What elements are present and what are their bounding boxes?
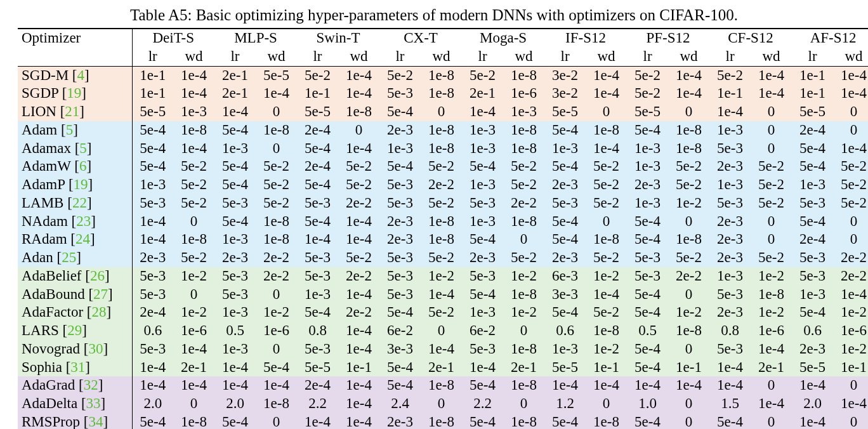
cell-value: 1e-2 (833, 340, 868, 359)
cell-value: 5e-4 (792, 303, 833, 322)
cell-value: 2e-3 (379, 413, 421, 429)
cell-value: 1e-1 (132, 84, 173, 103)
cell-value: 5e-2 (421, 194, 462, 213)
col-model-1: MLP-S (214, 29, 297, 48)
table-row: Sophia [31]1e-42e-11e-45e-45e-51e-15e-42… (18, 359, 868, 377)
cell-value: 1e-4 (833, 66, 868, 84)
cell-value: 3e-2 (544, 84, 586, 103)
cell-value: 2e-1 (462, 84, 503, 103)
optimizer-name: Adam [5] (18, 121, 132, 140)
cell-value: 5e-2 (751, 249, 792, 267)
cell-value: 5e-4 (627, 230, 668, 249)
cell-value: 1e-3 (462, 213, 503, 231)
cell-value: 0 (503, 322, 544, 340)
cell-value: 1e-4 (792, 376, 833, 395)
cell-value: 2e-4 (792, 121, 833, 140)
cell-value: 1.0 (627, 395, 668, 413)
cell-value: 1e-3 (544, 140, 586, 158)
cell-value: 2e-3 (627, 176, 668, 194)
cell-value: 1e-6 (173, 322, 214, 340)
cell-value: 2e-1 (214, 66, 256, 84)
cell-value: 3e-2 (544, 66, 586, 84)
cell-value: 5e-2 (421, 303, 462, 322)
cell-value: 1e-4 (462, 103, 503, 121)
cell-value: 1e-4 (338, 213, 379, 231)
cell-value: 1e-4 (833, 84, 868, 103)
subcol-lr: lr (132, 48, 173, 66)
cell-value: 5e-3 (709, 194, 751, 213)
col-model-8: AF-S12 (792, 29, 868, 48)
citation-ref: 6 (79, 158, 87, 174)
cell-value: 2e-2 (338, 194, 379, 213)
cell-value: 1e-3 (132, 176, 173, 194)
cell-value: 1e-8 (503, 140, 544, 158)
cell-value: 5e-3 (297, 194, 338, 213)
cell-value: 1e-4 (297, 230, 338, 249)
cell-value: 1e-4 (668, 84, 709, 103)
cell-value: 1e-3 (792, 286, 833, 304)
cell-value: 0.5 (214, 322, 256, 340)
cell-value: 1e-4 (586, 376, 627, 395)
cell-value: 2.0 (792, 395, 833, 413)
cell-value: 1e-4 (297, 413, 338, 429)
cell-value: 3e-3 (544, 286, 586, 304)
cell-value: 5e-3 (214, 286, 256, 304)
col-model-7: CF-S12 (709, 29, 792, 48)
cell-value: 1e-4 (709, 103, 751, 121)
cell-value: 1e-2 (751, 303, 792, 322)
cell-value: 1e-8 (586, 121, 627, 140)
citation-ref: 29 (67, 322, 82, 338)
cell-value: 0 (751, 103, 792, 121)
citation-ref: 31 (70, 359, 85, 375)
cell-value: 1.5 (709, 395, 751, 413)
cell-value: 5e-4 (297, 213, 338, 231)
cell-value: 1e-4 (173, 340, 214, 359)
table-row: AdaBelief [26]5e-31e-25e-32e-25e-32e-25e… (18, 267, 868, 286)
cell-value: 1e-4 (173, 84, 214, 103)
cell-value: 0 (586, 213, 627, 231)
cell-value: 1e-1 (297, 84, 338, 103)
cell-value: 5e-4 (132, 121, 173, 140)
cell-value: 2e-2 (338, 303, 379, 322)
cell-value: 6e-2 (462, 322, 503, 340)
cell-value: 0 (586, 103, 627, 121)
cell-value: 1e-2 (668, 303, 709, 322)
cell-value: 1e-3 (503, 103, 544, 121)
table-row: Adan [25]2e-35e-22e-32e-25e-35e-25e-35e-… (18, 249, 868, 267)
cell-value: 2e-3 (544, 176, 586, 194)
cell-value: 2e-1 (421, 359, 462, 377)
table-row: AdamW [6]5e-45e-25e-45e-22e-45e-25e-45e-… (18, 157, 868, 176)
cell-value: 2e-3 (709, 230, 751, 249)
optimizer-name: LARS [29] (18, 322, 132, 340)
cell-value: 1e-3 (544, 340, 586, 359)
cell-value: 0 (751, 140, 792, 158)
cell-value: 5e-3 (379, 286, 421, 304)
cell-value: 5e-4 (792, 140, 833, 158)
cell-value: 2e-3 (792, 340, 833, 359)
cell-value: 1e-4 (586, 84, 627, 103)
cell-value: 5e-2 (256, 176, 297, 194)
cell-value: 5e-4 (544, 121, 586, 140)
citation-ref: 34 (88, 414, 103, 429)
cell-value: 0 (833, 230, 868, 249)
table-row: Adam [5]5e-41e-85e-41e-82e-402e-31e-81e-… (18, 121, 868, 140)
cell-value: 5e-3 (462, 194, 503, 213)
cell-value: 2e-2 (668, 267, 709, 286)
cell-value: 0.6 (132, 322, 173, 340)
cell-value: 1e-4 (173, 66, 214, 84)
cell-value: 5e-4 (544, 157, 586, 176)
optimizer-name: AdaGrad [32] (18, 376, 132, 395)
table-row: AdamP [19]1e-35e-25e-45e-25e-45e-25e-32e… (18, 176, 868, 194)
cell-value: 0 (833, 413, 868, 429)
cell-value: 5e-3 (297, 340, 338, 359)
table-row: RMSProp [34]5e-41e-85e-401e-41e-42e-31e-… (18, 413, 868, 429)
cell-value: 5e-2 (751, 157, 792, 176)
optimizer-name: SGD-M [4] (18, 66, 132, 84)
citation-ref: 21 (65, 103, 79, 119)
subcol-lr: lr (544, 48, 586, 66)
citation-ref: 4 (77, 67, 85, 83)
table-row: SGD-M [4]1e-11e-42e-15e-55e-21e-45e-21e-… (18, 66, 868, 84)
cell-value: 5e-2 (586, 249, 627, 267)
cell-value: 1e-4 (214, 103, 256, 121)
cell-value: 1e-2 (668, 194, 709, 213)
